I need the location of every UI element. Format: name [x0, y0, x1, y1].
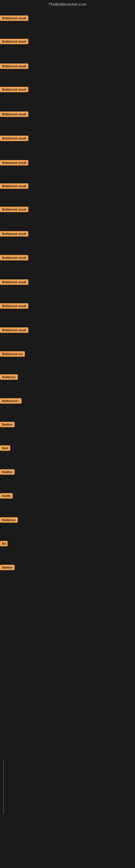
bottleneck-item-22: Bottlenec	[0, 517, 18, 524]
bottleneck-item-5: Bottleneck result	[0, 111, 28, 119]
bottleneck-badge-3[interactable]: Bottleneck result	[0, 63, 28, 69]
bottleneck-item-3: Bottleneck result	[0, 63, 28, 70]
bottleneck-item-9: Bottleneck result	[0, 206, 28, 214]
bottleneck-badge-14[interactable]: Bottleneck result	[0, 328, 28, 333]
bottleneck-item-24: Bottlen	[0, 564, 14, 572]
bottleneck-badge-2[interactable]: Bottleneck result	[0, 39, 28, 44]
bottleneck-badge-15[interactable]: Bottleneck res	[0, 351, 25, 357]
bottleneck-badge-13[interactable]: Bottleneck result	[0, 303, 28, 309]
bottleneck-item-16: Bottlenec	[0, 374, 18, 381]
bottleneck-item-14: Bottleneck result	[0, 327, 28, 335]
items-container: Bottleneck resultBottleneck resultBottle…	[0, 8, 135, 659]
bottleneck-badge-19[interactable]: Bott	[0, 445, 10, 451]
bottleneck-badge-8[interactable]: Bottleneck result	[0, 183, 28, 189]
bottleneck-badge-20[interactable]: Bottlen	[0, 469, 14, 475]
bottleneck-badge-22[interactable]: Bottlenec	[0, 517, 18, 523]
bottleneck-item-7: Bottleneck result	[0, 159, 28, 167]
bottleneck-badge-9[interactable]: Bottleneck result	[0, 207, 28, 212]
bottleneck-item-17: Bottleneck r	[0, 398, 21, 405]
bottleneck-badge-21[interactable]: Bottle	[0, 493, 13, 499]
bottleneck-item-11: Bottleneck result	[0, 254, 28, 262]
bottleneck-badge-17[interactable]: Bottleneck r	[0, 398, 21, 404]
bottleneck-badge-12[interactable]: Bottleneck result	[0, 279, 28, 285]
bottleneck-item-21: Bottle	[0, 493, 13, 500]
bottleneck-item-12: Bottleneck result	[0, 279, 28, 286]
site-title: TheBottlenecker.com	[0, 0, 135, 8]
bottleneck-badge-23[interactable]: Bo	[0, 541, 8, 546]
bottleneck-badge-18[interactable]: Bottlen	[0, 422, 14, 427]
bottleneck-badge-24[interactable]: Bottlen	[0, 565, 14, 570]
bottleneck-item-19: Bott	[0, 445, 10, 453]
bottleneck-item-20: Bottlen	[0, 469, 14, 476]
bottleneck-item-18: Bottlen	[0, 421, 14, 429]
bottleneck-badge-5[interactable]: Bottleneck result	[0, 112, 28, 117]
bottleneck-badge-1[interactable]: Bottleneck result	[0, 16, 28, 21]
bottleneck-badge-10[interactable]: Bottleneck result	[0, 231, 28, 237]
bottleneck-badge-16[interactable]: Bottlenec	[0, 374, 18, 380]
bottleneck-item-10: Bottleneck result	[0, 230, 28, 238]
vertical-line	[3, 760, 4, 814]
bottleneck-badge-6[interactable]: Bottleneck result	[0, 135, 28, 141]
bottleneck-badge-7[interactable]: Bottleneck result	[0, 160, 28, 165]
bottleneck-badge-11[interactable]: Bottleneck result	[0, 255, 28, 260]
bottleneck-item-1: Bottleneck result	[0, 15, 28, 23]
bottleneck-item-8: Bottleneck result	[0, 183, 28, 190]
page-wrapper: TheBottlenecker.com Bottleneck resultBot…	[0, 0, 135, 659]
bottleneck-item-13: Bottleneck result	[0, 303, 28, 310]
bottleneck-item-4: Bottleneck result	[0, 86, 28, 94]
bottleneck-badge-4[interactable]: Bottleneck result	[0, 87, 28, 92]
bottleneck-item-15: Bottleneck res	[0, 351, 25, 358]
bottleneck-item-23: Bo	[0, 540, 8, 548]
bottleneck-item-6: Bottleneck result	[0, 135, 28, 143]
bottleneck-item-2: Bottleneck result	[0, 38, 28, 46]
